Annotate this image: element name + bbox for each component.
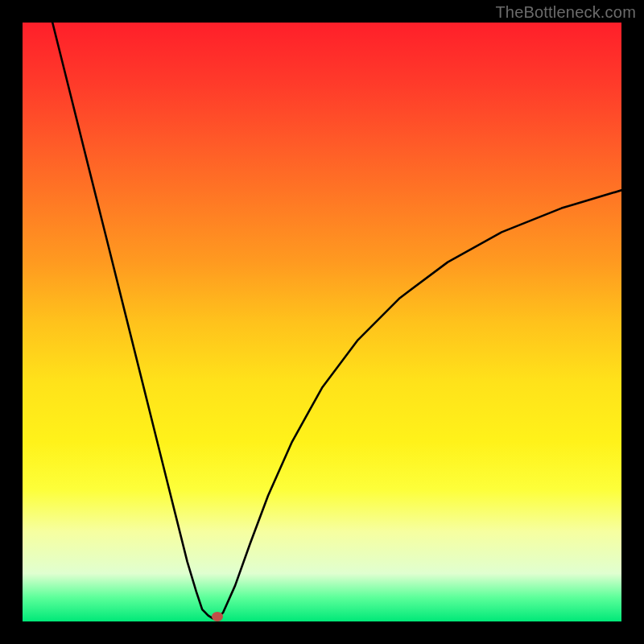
curve-layer xyxy=(23,23,621,621)
chart-frame: TheBottleneck.com xyxy=(0,0,644,644)
plot-area xyxy=(23,23,621,621)
bottleneck-curve xyxy=(52,23,621,618)
watermark-text: TheBottleneck.com xyxy=(495,3,636,22)
optimal-point-marker xyxy=(212,612,223,621)
